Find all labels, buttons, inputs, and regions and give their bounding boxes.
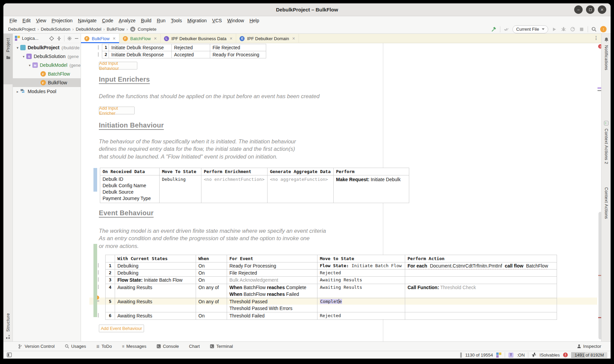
project-view-selector[interactable]: Logica...: [22, 36, 38, 41]
menu-view[interactable]: View: [33, 18, 49, 23]
menu-build[interactable]: Build: [138, 18, 154, 23]
tree-item-bulk-flow[interactable]: F BulkFlow: [13, 78, 81, 87]
chevron-down-icon[interactable]: ▾: [22, 55, 26, 58]
tool-window-tab-notifications[interactable]: Notifications: [604, 45, 609, 71]
tool-window-tab-structure[interactable]: Structure: [3, 313, 13, 339]
maximize-button[interactable]: [586, 5, 594, 14]
ide-update-icon[interactable]: ↑: [600, 26, 607, 32]
tool-window-chart[interactable]: Chart: [189, 344, 200, 349]
run-configuration-select[interactable]: Current File: [512, 25, 548, 33]
minimize-button[interactable]: –: [574, 5, 583, 14]
node-badge-icon: N: [130, 27, 135, 32]
close-icon[interactable]: ✕: [154, 36, 157, 41]
tab-options-kebab-icon[interactable]: ⋮: [594, 34, 601, 43]
terminal-icon: [210, 344, 214, 348]
close-icon[interactable]: ✕: [113, 36, 116, 41]
menu-edit[interactable]: Edit: [20, 18, 33, 23]
chevron-down-icon[interactable]: ▾: [16, 46, 20, 50]
menu-run[interactable]: Run: [154, 18, 168, 23]
run-icon[interactable]: [551, 26, 557, 32]
stripe-mark[interactable]: [597, 90, 601, 91]
tool-window-todo[interactable]: ≣ ToDo: [96, 344, 112, 349]
tree-item-debulk-model[interactable]: ▾ M DebulkModel (gene: [13, 61, 81, 69]
typesystem-badge[interactable]: T: [508, 353, 513, 358]
menu-file[interactable]: File: [7, 18, 20, 23]
tab-batchflow[interactable]: F BatchFlow ✕: [119, 34, 161, 43]
menu-tools[interactable]: Tools: [168, 18, 185, 23]
coverage-icon[interactable]: [569, 26, 576, 32]
solvables-indicator[interactable]: ISolvables: [539, 353, 560, 358]
close-button[interactable]: ✕: [598, 5, 606, 14]
tab-ipf-debulker-business-data[interactable]: L IPF Debulker Business Data ✕: [161, 34, 236, 43]
project-tool-window: Logica... ▾ DebulkProject (/build/de ▾ S…: [13, 34, 81, 341]
checklist-icon[interactable]: [604, 121, 609, 125]
close-icon[interactable]: ✕: [292, 36, 295, 41]
structure-tab-label: Structure: [6, 313, 10, 332]
typesystem-state[interactable]: :ON: [517, 353, 525, 358]
tool-window-messages[interactable]: ≡ Messages: [122, 344, 146, 349]
search-icon: [65, 344, 69, 348]
search-everywhere-icon[interactable]: [591, 26, 597, 32]
tool-window-terminal[interactable]: Terminal: [210, 344, 233, 349]
structure-icon: [6, 335, 10, 339]
commit-checks-icon[interactable]: [503, 26, 509, 32]
tree-item-debulk-project[interactable]: ▾ DebulkProject (/build/de: [13, 43, 81, 52]
tool-window-console[interactable]: Console: [157, 344, 179, 349]
scrollbar[interactable]: [598, 212, 601, 339]
tree-item-modules-pool[interactable]: ▸ Modules Pool: [13, 87, 81, 96]
selected-cell[interactable]: Complete: [317, 298, 405, 312]
gear-icon[interactable]: [67, 36, 72, 41]
memory-indicator[interactable]: 1491 of 8192M: [571, 352, 607, 358]
build-hammer-icon[interactable]: [491, 26, 497, 32]
breadcrumb-separator-icon: ›: [36, 27, 40, 32]
tool-window-tab-project[interactable]: Project: [3, 34, 13, 84]
stop-icon[interactable]: [579, 26, 585, 32]
row-tick: [98, 285, 99, 289]
tab-ipf-debulker-domain[interactable]: E IPF Debulker Domain ✕: [236, 34, 299, 43]
chevron-right-icon[interactable]: ▸: [16, 90, 20, 93]
menu-analyze[interactable]: Analyze: [116, 18, 138, 23]
messages-icon: ≡: [122, 344, 124, 349]
error-count-icon[interactable]: !: [563, 353, 568, 357]
tool-window-usages[interactable]: Usages: [65, 344, 86, 349]
breadcrumb-node[interactable]: BulkFlow: [106, 27, 125, 32]
tool-window-tab-context-actions[interactable]: Context Actions: [604, 187, 609, 219]
debug-icon[interactable]: [560, 26, 566, 32]
locate-icon[interactable]: [49, 36, 54, 41]
menu-vcs[interactable]: VCS: [210, 18, 225, 23]
error-stripe-icon[interactable]: !: [598, 44, 601, 49]
editor-pane: 1 Initiate Debulk Response Rejected File…: [81, 43, 601, 341]
position-indicator-block: [460, 353, 462, 358]
add-input-enricher-button[interactable]: Add Input Enricher: [99, 107, 135, 114]
chevron-down-icon[interactable]: ▾: [28, 63, 32, 67]
menu-code[interactable]: Code: [99, 18, 116, 23]
breadcrumb-solution[interactable]: DebulkSolution: [40, 27, 71, 32]
add-input-behaviour-button[interactable]: Add Input Behaviour: [99, 62, 137, 69]
menu-projection[interactable]: Projection: [49, 18, 75, 23]
hide-panel-icon[interactable]: [75, 36, 79, 40]
menu-help[interactable]: Help: [247, 18, 262, 23]
menu-navigate[interactable]: Navigate: [75, 18, 99, 23]
table-row: 1 Initiate Debulk Response Rejected File…: [102, 44, 266, 51]
menu-migration[interactable]: Migration: [185, 18, 210, 23]
tool-window-tab-context-actions-2[interactable]: Context Actions 2: [604, 129, 609, 164]
breadcrumb-project[interactable]: DebulkProject: [7, 27, 36, 32]
stripe-mark[interactable]: [597, 87, 601, 89]
tree-item-batch-flow[interactable]: F BatchFlow: [13, 69, 81, 78]
add-event-behaviour-button[interactable]: Add Event Behaviour: [99, 325, 144, 332]
breadcrumb-model[interactable]: DebulkModel: [75, 27, 102, 32]
tool-window-version-control[interactable]: Version Control: [18, 344, 55, 349]
menu-window[interactable]: Window: [225, 18, 247, 23]
logical-view-icon: [15, 36, 20, 41]
node-position[interactable]: 1130 of 19554: [465, 353, 493, 358]
tree-item-debulk-solution[interactable]: ▾ S DebulkSolution (gene: [13, 52, 81, 61]
collapse-all-icon[interactable]: [57, 36, 61, 41]
layout-toggle-icon[interactable]: [7, 353, 12, 357]
event-behaviour-table: With Current States When For Event Move …: [105, 255, 557, 320]
tool-window-inspector[interactable]: Inspector: [577, 344, 601, 349]
breadcrumb-current-node[interactable]: Complete: [137, 27, 157, 32]
bottom-tool-window-bar: Version Control Usages ≣ ToDo ≡ Messages…: [3, 341, 611, 351]
bell-icon[interactable]: [604, 37, 609, 42]
tab-bulkflow[interactable]: F BulkFlow ✕: [81, 34, 119, 43]
close-icon[interactable]: ✕: [229, 36, 232, 41]
